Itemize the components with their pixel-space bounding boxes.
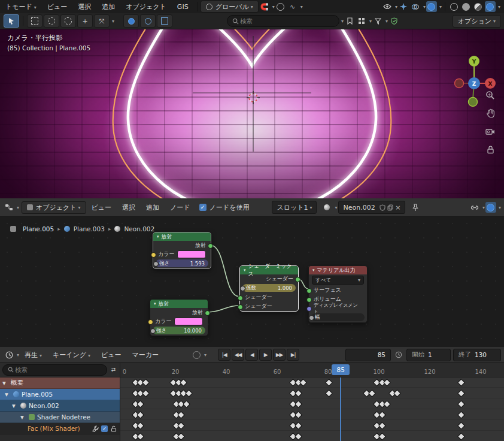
channel-object[interactable]: ▼ Plane.005 — [0, 389, 120, 400]
active-tool-button[interactable] — [4, 14, 19, 28]
keyframe-diamond[interactable] — [185, 389, 193, 397]
play-reverse-button[interactable]: ◀ — [245, 349, 258, 361]
keyframe-diamond[interactable] — [457, 389, 465, 397]
menu-playback[interactable]: 再生▾ — [19, 351, 47, 360]
material-name-field[interactable]: Neon.002 × — [338, 201, 405, 214]
emission-output-socket[interactable] — [205, 310, 210, 316]
tools-dropdown-caret[interactable]: ▾ — [112, 19, 114, 24]
channel-lock-icon[interactable] — [110, 425, 117, 433]
zoom-button[interactable]: + — [484, 89, 497, 102]
channel-enable-checkbox[interactable]: ✓ — [101, 425, 108, 432]
filter-funnel-icon[interactable] — [372, 16, 383, 26]
timeline-ruler[interactable]: 85 020406080100120140 — [120, 363, 504, 377]
snap-magnet-icon[interactable]: 🧲 — [259, 1, 270, 12]
shading-dropdown-caret[interactable]: ▾ — [498, 4, 500, 10]
keyframe-diamond[interactable] — [368, 389, 376, 397]
shader-menu-view[interactable]: ビュー — [86, 203, 117, 212]
pin-icon[interactable] — [410, 202, 421, 213]
keyframe-diamond[interactable] — [177, 422, 185, 430]
timeline-menu-marker[interactable]: マーカー — [127, 351, 165, 360]
keyframe-diamond[interactable] — [393, 389, 401, 397]
displacement-input-socket[interactable] — [306, 306, 312, 312]
keyframe-diamond[interactable] — [142, 389, 150, 397]
color-swatch[interactable] — [177, 250, 206, 258]
use-preview-range-icon[interactable] — [393, 349, 404, 360]
bookmark-icon[interactable] — [344, 16, 355, 26]
keyframe-diamond[interactable] — [136, 433, 144, 440]
material-browse-caret[interactable]: ▾ — [335, 205, 337, 210]
keyframe-diamond[interactable] — [180, 379, 187, 386]
channel-summary[interactable]: ▼ 概要 — [0, 377, 120, 389]
jump-to-end-button[interactable]: ▶| — [287, 349, 299, 361]
editor-type-caret[interactable]: ▾ — [17, 205, 19, 210]
xray-dropdown-caret[interactable]: ▾ — [439, 4, 442, 10]
shader-menu-node[interactable]: ノード — [165, 203, 196, 212]
current-frame-field[interactable]: 85 — [345, 349, 391, 361]
shading-solid-icon[interactable] — [461, 1, 472, 12]
color-input-socket[interactable] — [148, 319, 153, 325]
channel-nodetree[interactable]: ▼ Shader Nodetree — [0, 412, 120, 423]
keyframe-diamond[interactable] — [177, 411, 185, 419]
color-swatch[interactable] — [174, 318, 203, 325]
play-button[interactable]: ▶ — [259, 349, 272, 361]
volume-input-socket[interactable] — [306, 297, 312, 303]
thickness-input-socket[interactable] — [309, 315, 314, 321]
current-frame-tag[interactable]: 85 — [332, 364, 350, 375]
keying-set-caret[interactable]: ▾ — [204, 352, 207, 358]
shader-type-dropdown[interactable]: オブジェクト▾ — [22, 201, 86, 214]
invert-filter-icon[interactable]: ⇄ — [110, 366, 117, 374]
shader-menu-add[interactable]: 追加 — [141, 203, 165, 212]
breadcrumb-material[interactable]: Neon.002 — [124, 225, 154, 232]
search-input[interactable] — [239, 17, 319, 25]
shading-wireframe-icon[interactable] — [449, 1, 460, 12]
modifier-wrench-icon[interactable] — [92, 425, 99, 433]
menu-view[interactable]: ビュー — [42, 2, 73, 11]
jump-to-start-button[interactable]: |◀ — [218, 349, 230, 361]
keyframe-diamond[interactable] — [183, 400, 190, 408]
collections-dropdown-caret[interactable]: ▾ — [369, 19, 372, 24]
transform-orientation-dropdown[interactable]: グローバル▾ — [201, 1, 259, 13]
keyframe-diamond[interactable] — [457, 400, 465, 408]
expand-icon[interactable]: ▼ — [2, 380, 8, 386]
keyframe-diamond[interactable] — [457, 433, 465, 440]
expand-icon[interactable]: ▼ — [5, 392, 11, 397]
xray-toggle-icon[interactable] — [426, 1, 437, 12]
strength-input-socket[interactable] — [153, 261, 159, 267]
gizmo-scale-toggle[interactable] — [157, 14, 172, 28]
channel-material[interactable]: ▼ Neon.002 — [0, 400, 120, 412]
keyframe-diamond[interactable] — [457, 422, 465, 430]
menu-select[interactable]: 選択 — [72, 2, 96, 11]
previous-keyframe-button[interactable]: ◀◀ — [232, 349, 244, 361]
fake-user-shield-icon[interactable] — [379, 204, 385, 211]
timeline-editor-type-button[interactable] — [4, 349, 14, 360]
breadcrumb-data[interactable]: Plane.003 — [74, 225, 105, 232]
editor-type-button[interactable] — [4, 202, 14, 213]
fac-slider[interactable]: 係数 1.000 — [242, 284, 296, 292]
keyframe-diamond[interactable] — [294, 411, 302, 419]
proportional-edit-icon[interactable] — [275, 1, 286, 12]
breadcrumb-object[interactable]: Plane.005 — [23, 225, 54, 232]
node-editor[interactable]: Plane.005 ▸ Plane.003 ▸ Neon.002 ▾放射 放射 … — [0, 216, 504, 347]
menu-gis[interactable]: GIS — [172, 3, 194, 11]
mode-selector[interactable]: トモード▾ — [0, 2, 42, 11]
keyframe-diamond[interactable] — [294, 389, 302, 397]
node-emission-top[interactable]: ▾放射 放射 カラー 強さ 1.593 — [153, 232, 211, 269]
lock-view-button[interactable] — [484, 143, 497, 156]
strength-slider[interactable]: 強さ 1.593 — [156, 259, 208, 267]
snap-dropdown-caret[interactable]: ▾ — [272, 4, 275, 10]
shader-menu-select[interactable]: 選択 — [117, 203, 141, 212]
keyframe-diamond[interactable] — [457, 411, 465, 419]
shader-input-socket-2[interactable] — [238, 304, 243, 310]
camera-view-button[interactable] — [484, 125, 497, 138]
keyframe-diamond[interactable] — [299, 379, 307, 386]
keyframe-diamond[interactable] — [378, 422, 386, 430]
shader-input-socket-1[interactable] — [238, 295, 243, 301]
surface-input-socket[interactable] — [306, 288, 312, 294]
expand-icon[interactable]: ▼ — [20, 415, 26, 420]
keyframe-diamond[interactable] — [136, 411, 144, 419]
node-header[interactable]: ▾放射 — [153, 232, 211, 241]
keyframe-diamond[interactable] — [142, 379, 150, 386]
gizmo-rotate-toggle[interactable] — [140, 14, 156, 28]
next-keyframe-button[interactable]: ▶▶ — [273, 349, 286, 361]
search-dropdown-caret[interactable]: ▾ — [341, 19, 344, 24]
